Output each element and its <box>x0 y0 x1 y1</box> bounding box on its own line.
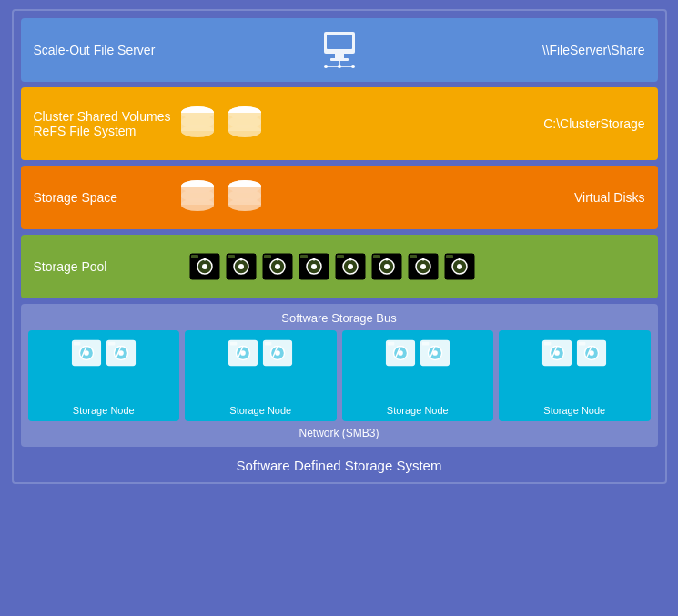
svg-rect-76 <box>446 255 453 258</box>
fileserver-right-label: \\FileServer\Share <box>542 43 645 57</box>
svg-point-32 <box>202 264 207 269</box>
svg-rect-1 <box>327 35 352 49</box>
svg-rect-96 <box>265 342 272 346</box>
svg-rect-34 <box>191 255 198 258</box>
svg-rect-81 <box>74 342 81 346</box>
svg-point-74 <box>457 264 462 269</box>
node-2-label: Storage Node <box>229 405 291 416</box>
bus-container: Software Storage Bus Storage Node Storag… <box>21 304 658 447</box>
svg-point-62 <box>384 264 390 269</box>
node-1-label: Storage Node <box>73 405 135 416</box>
network-label: Network (SMB3) <box>28 425 651 441</box>
svg-rect-106 <box>422 342 430 346</box>
node-4-disks <box>541 338 607 369</box>
svg-rect-101 <box>388 342 395 346</box>
csv-row: Cluster Shared Volumes ReFS File System <box>21 87 658 160</box>
bus-label: Software Storage Bus <box>28 309 651 327</box>
node-4-label: Storage Node <box>543 405 605 416</box>
svg-point-51 <box>312 258 315 261</box>
node-3-disks <box>385 338 450 369</box>
nodes-row: Storage Node Storage Node Storage Node <box>28 330 651 421</box>
svg-rect-116 <box>579 342 586 346</box>
svg-rect-40 <box>228 255 235 258</box>
csv-right-label: C:\ClusterStorage <box>543 116 644 131</box>
svg-rect-64 <box>373 255 380 258</box>
svg-point-69 <box>421 258 424 261</box>
diagram-title: Software Defined Storage System <box>21 452 658 475</box>
node-2-disks <box>228 338 293 369</box>
storage-node-1: Storage Node <box>28 330 180 421</box>
svg-point-39 <box>239 258 242 261</box>
svg-point-45 <box>276 258 278 261</box>
csv-db-icons <box>179 104 263 144</box>
csv-label: Cluster Shared Volumes ReFS File System <box>34 109 179 138</box>
svg-rect-111 <box>544 342 552 346</box>
svg-rect-86 <box>108 342 116 346</box>
svg-point-63 <box>385 258 388 261</box>
svg-rect-3 <box>330 58 349 61</box>
storage-pool-row: Storage Pool <box>21 235 658 298</box>
svg-point-7 <box>338 65 341 68</box>
diagram-container: Scale-Out File Server \\FileServer\Share… <box>12 9 667 484</box>
svg-rect-91 <box>230 342 238 346</box>
storage-space-label: Storage Space <box>34 190 179 205</box>
svg-point-56 <box>348 264 353 269</box>
storage-space-right-label: Virtual Disks <box>574 190 645 205</box>
node-1-disks <box>71 338 137 369</box>
storage-space-row: Storage Space Virtual Disks <box>21 166 658 229</box>
storage-pool-icons <box>188 250 476 283</box>
svg-point-50 <box>311 264 317 269</box>
svg-rect-52 <box>300 255 308 258</box>
svg-point-6 <box>324 65 328 68</box>
storage-node-4: Storage Node <box>499 330 651 421</box>
node-3-label: Storage Node <box>387 405 449 416</box>
storage-node-2: Storage Node <box>185 330 337 421</box>
svg-point-68 <box>420 264 426 269</box>
svg-rect-46 <box>264 255 271 258</box>
svg-point-57 <box>349 258 351 261</box>
storage-space-icons <box>179 177 263 217</box>
svg-rect-2 <box>335 54 344 58</box>
fileserver-label: Scale-Out File Server <box>34 43 179 57</box>
svg-point-38 <box>238 264 244 269</box>
storage-node-3: Storage Node <box>342 330 494 421</box>
fileserver-icon <box>317 30 362 70</box>
storage-pool-label: Storage Pool <box>34 259 179 274</box>
svg-rect-58 <box>337 255 344 258</box>
svg-rect-70 <box>410 255 417 258</box>
svg-point-33 <box>203 258 206 261</box>
svg-point-44 <box>275 264 280 269</box>
svg-point-75 <box>458 258 460 261</box>
svg-point-8 <box>351 65 355 68</box>
fileserver-row: Scale-Out File Server \\FileServer\Share <box>21 18 658 82</box>
